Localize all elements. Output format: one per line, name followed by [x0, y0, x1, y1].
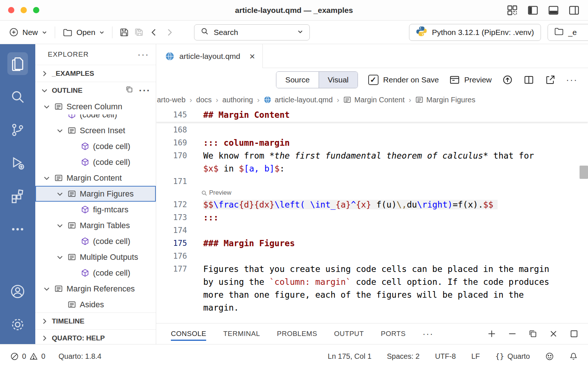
- code-line-176[interactable]: 176: [156, 250, 588, 262]
- code-line-168[interactable]: 168: [156, 123, 588, 136]
- quarto-version-status[interactable]: Quarto: 1.8.4: [58, 352, 101, 361]
- panel-tab-console[interactable]: CONSOLE: [171, 323, 206, 344]
- breadcrumb-arto-web[interactable]: arto-web: [157, 96, 186, 104]
- outline-item-screen-inset[interactable]: Screen Inset: [35, 123, 156, 138]
- panel-tab-output[interactable]: OUTPUT: [334, 323, 364, 344]
- workspace-button[interactable]: _e: [548, 24, 588, 41]
- language-mode-status[interactable]: {} Quarto: [495, 352, 530, 361]
- breadcrumb-margin-content[interactable]: Margin Content: [343, 96, 405, 104]
- code-line-175[interactable]: 175### Margin Figures: [156, 237, 588, 250]
- section-outline[interactable]: OUTLINE ···: [35, 82, 156, 99]
- account-button[interactable]: [0, 275, 35, 308]
- activity-extensions[interactable]: [0, 180, 35, 213]
- navigate-forward-button[interactable]: [162, 25, 177, 40]
- panel-minimize-icon[interactable]: [507, 329, 517, 339]
- customize-layout-icon[interactable]: [506, 4, 518, 16]
- eol-status[interactable]: LF: [471, 352, 480, 361]
- code-line-171[interactable]: 171: [156, 175, 588, 188]
- breadcrumb-margin-figures[interactable]: Margin Figures: [415, 96, 475, 104]
- outline-item-code-cell[interactable]: (code cell): [35, 233, 156, 249]
- visual-mode-button[interactable]: Visual: [319, 72, 358, 88]
- activity-search[interactable]: [0, 80, 35, 113]
- tab-article-layout[interactable]: article-layout.qmd ×: [156, 44, 263, 68]
- encoding-status[interactable]: UTF-8: [435, 352, 456, 361]
- feedback-button[interactable]: [545, 352, 554, 361]
- outline-item-code-cell[interactable]: (code cell): [35, 138, 156, 154]
- preview-button[interactable]: Preview: [449, 74, 492, 85]
- notifications-button[interactable]: [569, 352, 578, 361]
- outline-item-screen-column[interactable]: Screen Column: [35, 99, 156, 114]
- code-line-170[interactable]: 170We know from *the first fundamental t…: [156, 149, 588, 162]
- code-line-173[interactable]: 173:::: [156, 211, 588, 224]
- outline-item-asides[interactable]: Asides: [35, 297, 156, 312]
- navigate-back-button[interactable]: [146, 25, 162, 40]
- open-button[interactable]: Open: [60, 25, 108, 40]
- panel-maximize-icon[interactable]: [569, 329, 579, 339]
- code-line-wrap[interactable]: $x$ in $[a, b]$:: [156, 162, 588, 175]
- new-button[interactable]: New: [6, 25, 50, 39]
- more-actions-icon[interactable]: ···: [137, 50, 149, 59]
- code-line-174[interactable]: 174: [156, 224, 588, 237]
- outline-item-code-cell[interactable]: (code cell): [35, 154, 156, 170]
- more-actions-icon[interactable]: ···: [566, 75, 578, 85]
- outline-item-multiple-outputs[interactable]: Multiple Outputs: [35, 249, 156, 265]
- section-timeline[interactable]: TIMELINE: [35, 312, 156, 329]
- indentation-status[interactable]: Spaces: 2: [387, 352, 420, 361]
- panel-plus-icon[interactable]: [487, 329, 497, 339]
- save-all-button[interactable]: [132, 25, 146, 40]
- source-mode-button[interactable]: Source: [276, 72, 319, 88]
- close-window-button[interactable]: [8, 7, 14, 13]
- outline-item-margin-references[interactable]: Margin References: [35, 281, 156, 297]
- panel-more-icon[interactable]: ···: [423, 329, 434, 339]
- minimize-window-button[interactable]: [21, 7, 27, 13]
- problems-status[interactable]: 0 0: [10, 352, 45, 361]
- outline-item-fig-mtcars[interactable]: fig-mtcars: [35, 202, 156, 217]
- collapse-all-icon[interactable]: [125, 85, 134, 96]
- activity-explorer[interactable]: [0, 47, 35, 80]
- panel-close-icon[interactable]: [548, 329, 559, 339]
- section-quarto-help[interactable]: QUARTO: HELP: [35, 329, 156, 344]
- activity-more[interactable]: [0, 213, 35, 246]
- activity-run-debug[interactable]: [0, 146, 35, 180]
- outline-item-code-cell[interactable]: (code cell): [35, 265, 156, 281]
- toggle-primary-sidebar-icon[interactable]: [527, 4, 539, 16]
- panel-tab-problems[interactable]: PROBLEMS: [277, 323, 318, 344]
- outline-item-code-cell[interactable]: (code cell): [35, 114, 156, 123]
- code-line-169[interactable]: 169::: column-margin: [156, 136, 588, 149]
- code-line-172[interactable]: 172$$\frac{d}{dx}\left( \int_{a}^{x} f(u…: [156, 198, 588, 211]
- math-preview-toggle[interactable]: Preview: [156, 188, 588, 198]
- save-button[interactable]: [117, 25, 132, 40]
- close-tab-icon[interactable]: ×: [250, 52, 255, 61]
- split-editor-icon[interactable]: [523, 74, 534, 85]
- outline-item-margin-tables[interactable]: Margin Tables: [35, 217, 156, 233]
- interpreter-selector[interactable]: Python 3.12.1 (PipEnv: .venv): [409, 24, 541, 41]
- code-editor[interactable]: 145## Margin Content168169::: column-mar…: [156, 108, 588, 323]
- code-line-wrap[interactable]: margin.: [156, 301, 588, 314]
- render-on-save-checkbox[interactable]: ✓ Render on Save: [368, 75, 439, 85]
- code-line-wrap[interactable]: more than one figure, each of the figure…: [156, 288, 588, 301]
- editor-scrollbar[interactable]: [580, 166, 588, 179]
- activity-source-control[interactable]: [0, 113, 35, 146]
- settings-button[interactable]: [0, 308, 35, 341]
- global-search-input[interactable]: Search: [194, 24, 310, 40]
- toggle-secondary-sidebar-icon[interactable]: [568, 4, 580, 16]
- zoom-window-button[interactable]: [33, 7, 39, 13]
- code-line-145[interactable]: 145## Margin Content: [156, 108, 588, 122]
- breadcrumb-article-layout-qmd[interactable]: article-layout.qmd: [263, 96, 333, 104]
- outline-item-margin-content[interactable]: Margin Content: [35, 170, 156, 186]
- outline-item-margin-figures[interactable]: Margin Figures: [35, 186, 156, 202]
- panel-tab-terminal[interactable]: TERMINAL: [223, 323, 260, 344]
- more-actions-icon[interactable]: ···: [139, 86, 151, 95]
- breadcrumb-label: arto-web: [157, 96, 186, 104]
- code-line-177[interactable]: 177Figures that you create using code ce…: [156, 262, 588, 275]
- panel-duplicate-icon[interactable]: [528, 329, 538, 339]
- breadcrumb-authoring[interactable]: authoring: [222, 96, 253, 104]
- code-line-wrap[interactable]: by using the `column: margin` code cell …: [156, 275, 588, 288]
- cursor-position-status[interactable]: Ln 175, Col 1: [328, 352, 372, 361]
- open-external-icon[interactable]: [545, 74, 556, 85]
- publish-icon[interactable]: [502, 74, 513, 85]
- section-examples[interactable]: _EXAMPLES: [35, 65, 156, 82]
- toggle-panel-icon[interactable]: [548, 4, 559, 16]
- breadcrumb-docs[interactable]: docs: [196, 96, 212, 104]
- panel-tab-ports[interactable]: PORTS: [381, 323, 406, 344]
